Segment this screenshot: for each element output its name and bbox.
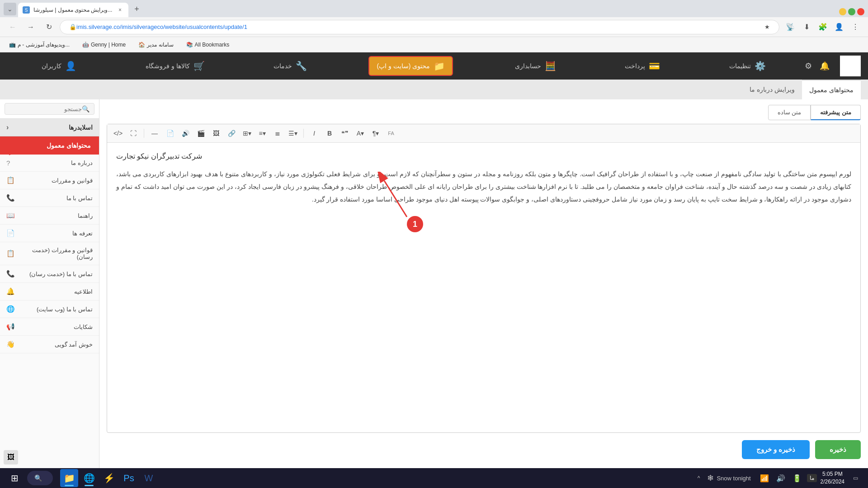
toolbar-page-break-btn[interactable]: 📄 [164,127,176,140]
taskbar-word[interactable]: W [140,469,158,487]
show-desktop-button[interactable]: ▭ [848,471,863,485]
toolbar-audio-btn[interactable]: 🔊 [179,127,192,140]
menu-item-settings[interactable]: ⚙️ تنظیمات [722,57,773,75]
new-tab-button[interactable]: + [130,3,143,15]
toolbar-format-btn[interactable]: ¶▾ [369,127,382,140]
toolbar-source-btn[interactable]: </> [112,127,124,140]
sidebar-item-welcome[interactable]: خوش آمد گویی 👋 [0,336,99,353]
taskbar-right: ^ ❄ Snow tonight 📶 🔊 🔋 ما 5:05 PM 2/26/2… [698,470,863,486]
toolbar-fullscreen-btn[interactable]: ⛶ [127,127,140,140]
taskbar: ⊞ 🔍 📁 🌐 ⚡ Ps W ^ [0,468,868,488]
toolbar-video-btn[interactable]: 🎬 [194,127,207,140]
sidebar-item-contact-provider[interactable]: تماس با ما (خدمت رسان) 📞 [0,265,99,283]
menu-item-services[interactable]: 🔧 خدمات [266,57,314,75]
sidebar-item-notice[interactable]: اطلاعیه 🔔 [0,283,99,300]
top-menu: 🔔 ⚙ ⚙️ تنظیمات 💳 پرداخت 🧮 حسابداری 📁 [0,52,868,80]
taskbar-search-icon: 🔍 [34,474,42,482]
notifications-button[interactable]: 🔔 [816,58,833,74]
toolbar-bold-btn[interactable]: B [323,127,336,140]
taskbar-weather[interactable]: ❄ Snow tonight [703,473,754,483]
toolbar-fa-btn[interactable]: FA [385,127,397,140]
profile-button[interactable]: 👤 [832,20,846,34]
extensions-button[interactable]: 🧩 [816,20,830,34]
sidebar-item-label: شکایات [74,324,93,330]
close-button[interactable] [857,8,864,15]
tab-advanced-text[interactable]: متن پیشرفته [811,105,861,120]
chrome-icon: 🌐 [84,473,95,483]
active-tab[interactable]: S ویرایش محتوی معمول | سیلورشا... × [18,3,128,17]
sidebar-item-about[interactable]: درباره ما ? [0,155,99,172]
show-hidden-icons[interactable]: ^ [698,475,700,481]
sidebar-item-rules[interactable]: قوانین و مقررات 📋 [0,172,99,189]
menu-item-payment[interactable]: 💳 پرداخت [618,57,667,75]
back-button[interactable]: ← [5,20,20,34]
sidebar-item-guide[interactable]: راهنما 📖 [0,207,99,225]
menu-button[interactable]: ⋮ [848,20,863,34]
tab-simple-text[interactable]: متن ساده [768,105,811,120]
tab-group-button[interactable]: ⌄ [4,3,16,15]
refresh-button[interactable]: ↻ [42,20,56,34]
taskbar-power[interactable]: ⚡ [100,469,118,487]
settings-quick-button[interactable]: ⚙ [800,58,816,74]
products-icon: 🛒 [193,61,205,71]
all-bookmarks[interactable]: 📚 All Bookmarks [183,40,233,50]
toolbar-align-btn[interactable]: ☰▾ [287,127,299,140]
taskbar-chrome[interactable]: 🌐 [80,469,98,487]
sidebar-item-label: تماس با ما (خدمت رسان) [29,271,93,277]
tab-title: ویرایش محتوی معمول | سیلورشا... [33,7,112,13]
about-icon: ? [6,159,10,167]
download-button[interactable]: ⬇ [799,20,814,34]
toolbar-highlight-btn[interactable]: A▾ [354,127,367,140]
minimize-button[interactable] [839,8,846,15]
sidebar-item-complaints[interactable]: شکایات 📢 [0,318,99,336]
toolbar-ordered-list-btn[interactable]: ≣ [271,127,284,140]
forward-button[interactable]: → [24,20,38,34]
menu-item-content[interactable]: 📁 محتوی (سایت و اپ) [368,56,453,76]
sidebar-item-contact[interactable]: تماس با ما 📞 [0,189,99,207]
taskbar-clock[interactable]: 5:05 PM 2/26/2024 [821,470,844,486]
breadcrumb-edit-about[interactable]: ویرایش درباره ما [742,80,802,99]
page-header: محتواهای معمول ویرایش درباره ما [0,80,868,99]
save-exit-button[interactable]: ذخیره و خروج [742,440,810,459]
toolbar-list-btn[interactable]: ≡▾ [256,127,269,140]
toolbar-table-btn[interactable]: ⊞▾ [241,127,253,140]
sidebar-item-tariff[interactable]: تعرفه ها 📄 [0,225,99,242]
sidebar-collapse-button[interactable]: ‹ [6,123,9,131]
sidebar-item-contact-web[interactable]: تماس با ما (وب سایت) 🌐 [0,300,99,318]
power-icon: ⚡ [104,473,115,483]
sidebar-item-rules-provider[interactable]: قوانین و مقررات (خدمت رسان) 📋 [0,242,99,265]
toolbar-italic-btn[interactable]: I [308,127,321,140]
taskbar-photoshop[interactable]: Ps [120,469,138,487]
address-bar[interactable]: 🔒 imis.silverage.co/imis/silverageco/web… [60,20,779,34]
start-button[interactable]: ⊞ [5,469,24,487]
battery-icon[interactable]: 🔋 [791,472,803,484]
sidebar-active-usual-content[interactable]: محتواهای معمول [0,136,99,155]
editor-box: </> ⛶ — 📄 🔊 🎬 🖼 🔗 ⊞▾ ≡▾ ≣ ☰▾ [107,124,861,433]
menu-item-accounting[interactable]: 🧮 حسابداری [508,57,563,75]
editor-content[interactable]: شرکت تدبیرگران نیکو تجارت لورم ایپسوم مت… [107,143,860,432]
toolbar-image-btn[interactable]: 🖼 [210,127,222,140]
tab-close-button[interactable]: × [116,6,124,14]
search-input[interactable] [9,106,82,113]
volume-icon[interactable]: 🔊 [774,472,787,484]
taskbar-search-bar[interactable]: 🔍 [27,471,53,485]
sidebar-image-button[interactable]: 🖼 [4,450,18,465]
settings-icon: ⚙️ [755,61,766,71]
cast-button[interactable]: 📡 [783,20,797,34]
menu-item-products[interactable]: 🛒 کالاها و فروشگاه [138,57,212,75]
network-icon[interactable]: 📶 [758,472,771,484]
save-button[interactable]: ذخیره [815,440,861,459]
language-indicator[interactable]: ما [807,474,817,482]
toolbar-link-btn[interactable]: 🔗 [225,127,238,140]
guide-icon: 📖 [6,211,15,220]
breadcrumb-usual-content[interactable]: محتواهای معمول [802,80,861,99]
bookmark-admin[interactable]: 🏠 سامانه مدیر [135,40,177,50]
toolbar-quote-btn[interactable]: ❝❞ [339,127,351,140]
toolbar-hr-btn[interactable]: — [148,127,161,140]
taskbar-file-explorer[interactable]: 📁 [60,469,78,487]
maximize-button[interactable] [848,8,855,15]
bookmark-videos[interactable]: 📺 ویدیوهای آموزشی - م... [5,40,73,50]
app-logo[interactable] [840,56,861,76]
bookmark-genny[interactable]: 🤖 Genny | Home [79,40,129,50]
menu-item-users[interactable]: 👤 کاربران [34,57,84,75]
